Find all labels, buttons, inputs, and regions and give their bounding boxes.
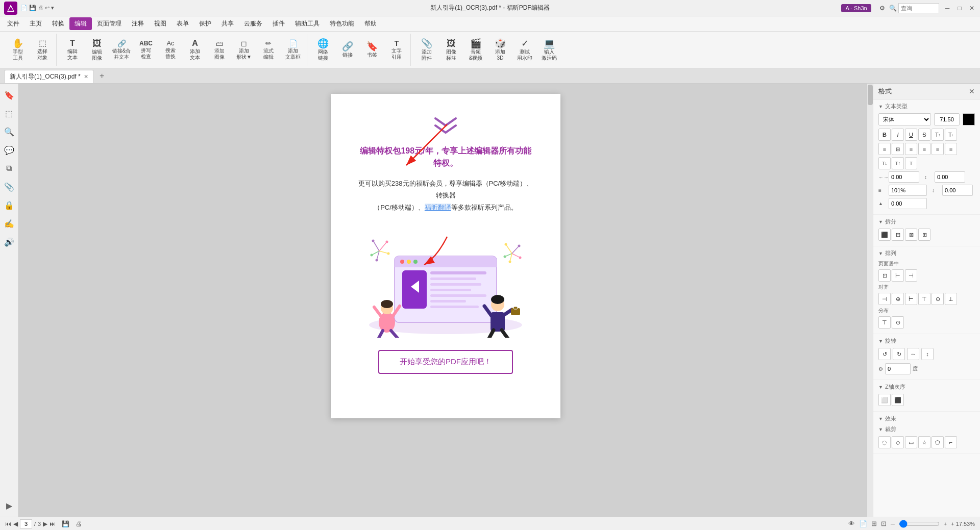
menu-edit[interactable]: 编辑 [69,17,92,30]
activation-code-button[interactable]: 💻 输入激活码 [537,35,561,65]
current-page-input[interactable] [20,519,32,528]
menu-cloud[interactable]: 云服务 [239,17,267,30]
link-button[interactable]: 🔗 链接 [336,35,359,65]
rotation-angle-input[interactable] [885,363,911,374]
align-left2-button[interactable]: ⊣ [878,293,891,305]
close-window-button[interactable]: ✕ [968,4,976,12]
align-justify-button[interactable]: ≡ [918,143,930,155]
line-height-input[interactable] [889,185,927,196]
menu-convert[interactable]: 转换 [47,17,69,30]
columns-icon[interactable]: ⊞ [871,520,877,527]
sidebar-annotation-icon[interactable]: 💬 [2,143,16,157]
sidebar-search-icon[interactable]: 🔍 [2,124,16,139]
baseline-input[interactable] [889,198,927,209]
align-top2-button[interactable]: ⊤ [918,293,930,305]
crop-pentagon-button[interactable]: ⬠ [932,436,944,448]
add-file-button[interactable]: 📎 添加附件 [415,35,438,65]
align-center-button[interactable]: ⊟ [892,143,904,155]
spell-button[interactable]: ABC 拼写检查 [134,35,158,65]
add-image-button[interactable]: 🗃 添加图像 [208,35,231,65]
network-link-button[interactable]: 🌐 网络链接 [311,35,335,65]
menu-help[interactable]: 帮助 [359,17,382,30]
crop-diamond-button[interactable]: ◇ [892,436,904,448]
next-page-button[interactable]: ▶ [43,520,47,527]
sidebar-expand-icon[interactable]: ▶ [2,498,16,513]
fit-page-icon[interactable]: ⊡ [881,520,887,527]
menu-view[interactable]: 视图 [149,17,172,30]
send-back-button[interactable]: ⬛ [892,394,904,406]
text-dir-button[interactable]: T↓ [878,157,891,169]
watermark-button[interactable]: ✓ 测试用水印 [513,35,536,65]
bookmark-button[interactable]: 🔖 书签 [360,35,384,65]
text-quote-button[interactable]: T 文字引用 [385,35,408,65]
eye-icon[interactable]: 👁 [848,520,855,527]
scrollbar-thumb[interactable] [868,85,873,105]
indent-input[interactable] [935,171,965,183]
menu-form[interactable]: 表单 [172,17,194,30]
cta-button[interactable]: 开始享受您的PDF应用吧！ [378,350,513,374]
text-dir3-button[interactable]: T [905,157,917,169]
dist-v-button[interactable]: ⊙ [892,316,904,329]
select-object-button[interactable]: ⬚ 选择对象 [31,35,54,65]
underline-button[interactable]: U [905,129,917,141]
col3-button[interactable]: ⊠ [905,229,917,241]
hand-tool-button[interactable]: ✋ 手型工具 [6,35,30,65]
prev-page-button[interactable]: ◀ [13,520,18,527]
new-tab-button[interactable]: + [96,70,108,82]
add-text-button[interactable]: A 添加文本 [183,35,207,65]
col1-button[interactable]: ⬛ [878,229,891,241]
flip-h-button[interactable]: ↔ [907,348,919,360]
menu-features[interactable]: 特色功能 [325,17,359,30]
italic-button[interactable]: I [892,129,904,141]
offset-input[interactable] [942,185,973,196]
font-name-select[interactable]: 宋体 [878,113,931,125]
align-centerh-button[interactable]: ⊕ [892,293,904,305]
align-top-button[interactable]: ≡ [932,143,944,155]
center-h-button[interactable]: ⊡ [878,269,891,282]
rotate-cw-button[interactable]: ↻ [893,348,905,360]
zoom-slider[interactable] [899,520,940,528]
edit-image-button[interactable]: 🖼 编辑图像 [85,35,109,65]
dist-h-button[interactable]: ⊤ [878,316,891,329]
menu-assist[interactable]: 辅助工具 [290,17,325,30]
char-spacing-input[interactable] [889,171,919,183]
image-stamp-button[interactable]: 🖼 图像标注 [439,35,463,65]
sidebar-speaker-icon[interactable]: 🔊 [2,235,16,249]
add-shape-button[interactable]: ◻ 添加形状▼ [232,35,256,65]
col4-button[interactable]: ⊞ [918,229,930,241]
font-color-picker[interactable] [963,113,975,125]
font-size-input[interactable] [934,113,960,125]
menu-plugin[interactable]: 插件 [267,17,290,30]
menu-home[interactable]: 主页 [24,17,47,30]
zoom-out-button[interactable]: ─ [891,521,895,527]
col2-button[interactable]: ⊟ [892,229,904,241]
center-both-button[interactable]: ⊣ [905,269,917,282]
minimize-button[interactable]: ─ [943,4,951,12]
sidebar-layers-icon[interactable]: ⧉ [2,161,16,175]
sidebar-thumbnail-icon[interactable]: ⬚ [2,106,16,120]
sidebar-bookmark-icon[interactable]: 🔖 [2,88,16,102]
edit-text-button[interactable]: T 编辑文本 [61,35,84,65]
last-page-button[interactable]: ⏭ [50,520,56,527]
menu-share[interactable]: 共享 [216,17,239,30]
maximize-button[interactable]: □ [955,4,964,12]
add-article-button[interactable]: 📄 添加文章框 [281,35,305,65]
sidebar-security-icon[interactable]: 🔒 [2,198,16,212]
sidebar-attach-icon[interactable]: 📎 [2,180,16,194]
find-replace-button[interactable]: Ac 搜索替换 [159,35,182,65]
first-page-button[interactable]: ⏮ [5,520,11,527]
superscript-button[interactable]: T↑ [932,129,944,141]
zoom-in-button[interactable]: + [944,521,947,527]
align-centerv-button[interactable]: ⊙ [932,293,944,305]
menu-file[interactable]: 文件 [2,17,24,30]
add-3d-button[interactable]: 🎲 添加3D [488,35,512,65]
sidebar-sign-icon[interactable]: ✍ [2,216,16,231]
menu-annotate[interactable]: 注释 [127,17,149,30]
menu-page-manage[interactable]: 页面管理 [92,17,127,30]
align-left-button[interactable]: ≡ [878,143,891,155]
bring-front-button[interactable]: ⬜ [878,394,891,406]
menu-protect[interactable]: 保护 [194,17,216,30]
view-mode-icon[interactable]: 📄 [859,520,867,527]
align-right2-button[interactable]: ⊢ [905,293,917,305]
align-bottom-button[interactable]: ≡ [945,143,957,155]
